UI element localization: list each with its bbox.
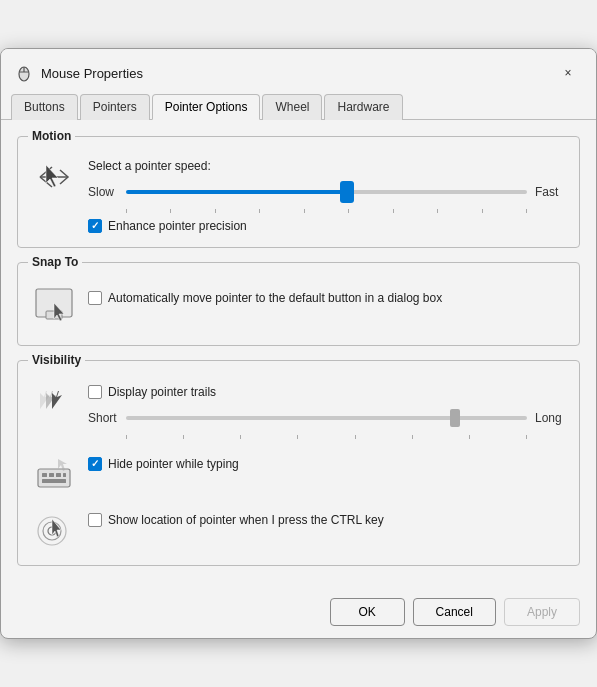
trails-slider-container[interactable] [126,407,527,429]
mouse-properties-dialog: Mouse Properties × Buttons Pointers Poin… [0,48,597,639]
tick [348,209,349,213]
pointer-trails-checkbox[interactable] [88,385,102,399]
long-label: Long [535,411,565,425]
show-location-controls: Show location of pointer when I press th… [88,507,565,527]
enhance-precision-checkbox[interactable] [88,219,102,233]
motion-section: Motion [17,136,580,248]
tick [126,209,127,213]
pointer-trails-icon [32,379,76,423]
show-location-icon [32,507,76,551]
tick [355,435,356,439]
tab-wheel[interactable]: Wheel [262,94,322,120]
speed-slider-track [126,190,527,194]
tick [469,435,470,439]
show-location-label: Show location of pointer when I press th… [108,513,384,527]
tab-pointers[interactable]: Pointers [80,94,150,120]
show-location-checkbox[interactable] [88,513,102,527]
trails-slider-track [126,416,527,420]
snap-to-checkbox-row: Automatically move pointer to the defaul… [88,291,565,305]
tab-buttons[interactable]: Buttons [11,94,78,120]
svg-rect-13 [38,469,70,487]
svg-marker-12 [52,391,62,409]
mouse-icon [15,64,33,82]
tick [526,435,527,439]
snap-to-icon [32,281,76,331]
title-bar: Mouse Properties × [1,49,596,87]
enhance-precision-label: Enhance pointer precision [108,219,247,233]
hide-pointer-row: Hide pointer while typing [32,451,565,495]
pointer-trails-controls: Display pointer trails Short Long [88,379,565,439]
snap-to-checkbox[interactable] [88,291,102,305]
tick [482,209,483,213]
apply-button[interactable]: Apply [504,598,580,626]
show-location-row: Show location of pointer when I press th… [32,507,565,551]
tick [393,209,394,213]
snap-to-section: Snap To Automatically move pointer [17,262,580,346]
tab-pointer-options[interactable]: Pointer Options [152,94,261,120]
motion-section-title: Motion [28,129,75,143]
title-bar-left: Mouse Properties [15,64,143,82]
hide-pointer-label: Hide pointer while typing [108,457,239,471]
trails-checkbox-row: Display pointer trails [88,385,565,399]
close-button[interactable]: × [554,59,582,87]
snap-to-label: Automatically move pointer to the defaul… [108,291,442,305]
snap-to-section-title: Snap To [28,255,82,269]
slow-label: Slow [88,185,118,199]
speed-slider-thumb[interactable] [340,181,354,203]
short-label: Short [88,411,118,425]
pointer-trails-row: Display pointer trails Short Long [32,379,565,439]
visibility-section-title: Visibility [28,353,85,367]
snap-to-controls: Automatically move pointer to the defaul… [88,281,565,305]
tick [170,209,171,213]
tick [240,435,241,439]
dialog-buttons: OK Cancel Apply [1,590,596,638]
dialog-title: Mouse Properties [41,66,143,81]
tick [183,435,184,439]
hide-pointer-checkbox-row: Hide pointer while typing [88,457,565,471]
hide-pointer-icon [32,451,76,495]
tick [526,209,527,213]
speed-slider-row: Slow Fast [88,181,565,203]
motion-icon [32,155,76,199]
tab-hardware[interactable]: Hardware [324,94,402,120]
show-location-checkbox-row: Show location of pointer when I press th… [88,513,565,527]
content-area: Motion [1,119,596,590]
cancel-button[interactable]: Cancel [413,598,496,626]
snap-to-row: Automatically move pointer to the defaul… [32,281,565,331]
tab-bar: Buttons Pointers Pointer Options Wheel H… [1,87,596,119]
ok-button[interactable]: OK [330,598,405,626]
motion-row: Select a pointer speed: Slow Fast [32,155,565,233]
pointer-trails-label: Display pointer trails [108,385,216,399]
svg-rect-17 [63,473,66,477]
svg-rect-14 [42,473,47,477]
tick [412,435,413,439]
enhance-precision-row: Enhance pointer precision [88,219,565,233]
hide-pointer-checkbox[interactable] [88,457,102,471]
motion-controls: Select a pointer speed: Slow Fast [88,155,565,233]
tick [215,209,216,213]
tick [126,435,127,439]
trails-slider-row: Short Long [88,407,565,429]
svg-rect-15 [49,473,54,477]
fast-label: Fast [535,185,565,199]
tick [297,435,298,439]
svg-rect-18 [42,479,66,483]
hide-pointer-controls: Hide pointer while typing [88,451,565,471]
trails-slider-thumb [450,409,460,427]
svg-rect-16 [56,473,61,477]
speed-label: Select a pointer speed: [88,159,565,173]
tick [259,209,260,213]
tick [437,209,438,213]
speed-slider-container[interactable] [126,181,527,203]
visibility-section: Visibility Display pointer trails [17,360,580,566]
tick [304,209,305,213]
